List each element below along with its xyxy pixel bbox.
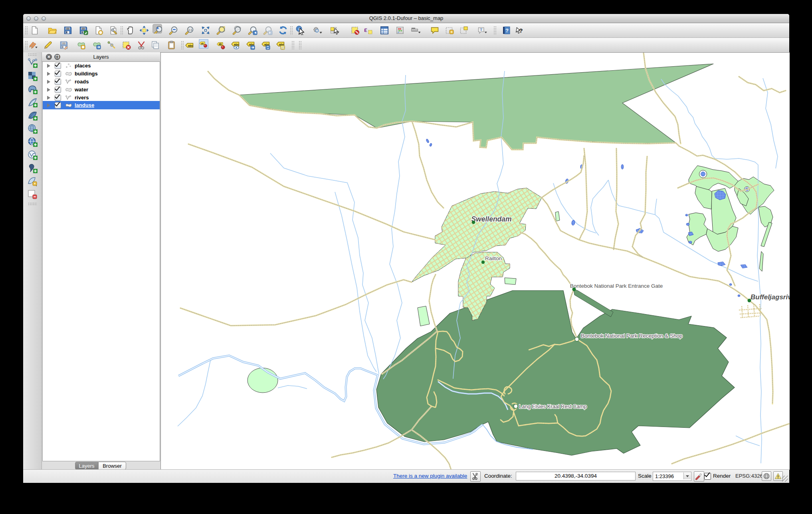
svg-text:1:1: 1:1 [188, 28, 192, 31]
svg-text:Bontebok National Park Entranc: Bontebok National Park Entrance Gate [570, 283, 663, 289]
svg-text:ε: ε [364, 26, 367, 34]
svg-text:T: T [480, 28, 482, 32]
svg-text:Swellendam: Swellendam [471, 215, 511, 223]
svg-text:Lang Elsies Kraal Rest Camp: Lang Elsies Kraal Rest Camp [519, 403, 587, 409]
svg-text:Bontebok National Park Recepti: Bontebok National Park Reception & Shop [581, 333, 682, 339]
svg-text:?: ? [505, 28, 509, 34]
svg-text:ab: ab [201, 42, 204, 45]
svg-text:ab: ab [219, 43, 222, 45]
svg-text:Railton: Railton [485, 255, 502, 261]
svg-text:?: ? [519, 27, 523, 34]
svg-text:Buffeljagsrivier: Buffeljagsrivier [751, 293, 790, 301]
